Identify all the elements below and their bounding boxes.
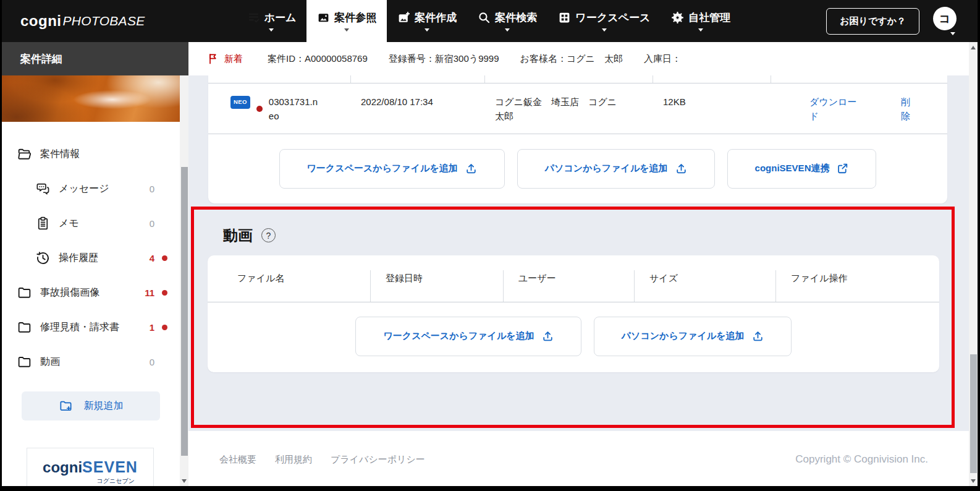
field-label: 案件ID：	[268, 53, 305, 64]
scrollbar-thumb[interactable]	[970, 354, 977, 473]
sidebar-item-label: 操作履歴	[59, 252, 98, 265]
scroll-up-arrow[interactable]	[971, 46, 976, 49]
folder-icon	[17, 354, 33, 370]
video-actions-row: ワークスペースからファイルを追加 パソコンからファイルを追加	[208, 302, 939, 372]
intake-date-field: 入庫日：	[644, 53, 681, 65]
help-button[interactable]: お困りですか？	[826, 8, 919, 35]
registration-number-field: 登録番号：新宿300う9999	[389, 53, 499, 65]
chevron-down-icon	[269, 28, 274, 32]
cogniseven-logo[interactable]: cogni SEVEN コグニセブン	[27, 448, 154, 491]
logo-cogni: cogni	[20, 12, 62, 30]
sidebar-item-history[interactable]: 操作履歴 4	[2, 241, 180, 275]
upload-icon	[675, 163, 687, 174]
add-from-pc-button[interactable]: パソコンからファイルを追加	[517, 149, 715, 189]
field-label: お客様名：	[520, 53, 567, 64]
neo-badge: NEO	[230, 96, 250, 109]
new-badge: 新着	[224, 53, 243, 65]
sidebar-item-estimates[interactable]: 修理見積・請求書 1	[2, 310, 180, 344]
scroll-down-arrow[interactable]	[182, 479, 187, 483]
video-add-from-workspace-button[interactable]: ワークスペースからファイルを追加	[355, 317, 581, 356]
main-scrollbar[interactable]	[969, 42, 978, 486]
case-create-image-plus-icon	[397, 11, 410, 24]
add-from-workspace-button[interactable]: ワークスペースからファイルを追加	[279, 149, 505, 189]
sidebar-item-video[interactable]: 動画 0	[2, 344, 180, 379]
sidebar-item-memo[interactable]: メモ 0	[2, 206, 180, 241]
footer-link-terms[interactable]: 利用規約	[275, 454, 312, 466]
field-value: A00000058769	[305, 53, 368, 64]
history-icon	[35, 250, 51, 266]
unread-dot	[256, 106, 263, 112]
nav-item-label: ホーム	[264, 11, 297, 25]
avatar[interactable]: コ	[933, 7, 957, 30]
user-menu[interactable]: コ	[933, 7, 957, 35]
sidebar-scrollbar[interactable]	[180, 75, 188, 486]
upload-icon	[542, 330, 554, 342]
chevron-down-icon	[425, 28, 429, 32]
upload-icon	[752, 330, 764, 342]
sidebar-item-case-info[interactable]: 案件情報	[2, 137, 180, 171]
video-table-card: ファイル名 登録日時 ユーザー サイズ ファイル操作 ワークスペースからファイル…	[208, 255, 939, 372]
delete-link[interactable]: 削除	[901, 95, 911, 124]
search-icon	[478, 11, 491, 24]
case-summary-bar: 新着 案件ID：A00000058769 登録番号：新宿300う9999 お客様…	[188, 42, 978, 75]
field-label: 入庫日：	[644, 53, 681, 64]
copyright: Copyright © Cognivision Inc.	[795, 453, 928, 466]
sidebar: 案件情報 メッセージ 0 メモ 0	[2, 75, 180, 486]
cogniseven-link-button[interactable]: cogniSEVEN連携	[727, 149, 877, 189]
nav-item-label: 案件参照	[334, 11, 376, 25]
field-value: 新宿300う9999	[435, 53, 499, 64]
nav-item-company-admin[interactable]: 自社管理	[661, 0, 741, 42]
home-list-icon	[247, 11, 260, 24]
button-label: パソコンからファイルを追加	[545, 163, 668, 174]
nav-item-home[interactable]: ホーム	[237, 0, 307, 42]
upload-icon	[465, 163, 477, 174]
column-header-registered-at: 登録日時	[371, 255, 504, 302]
logo-photobase: PHOTOBASE	[63, 14, 145, 28]
nav-item-case-view[interactable]: 案件参照	[306, 0, 387, 42]
sidebar-item-label: メッセージ	[59, 182, 109, 195]
video-section-highlight: 動画 ? ファイル名 登録日時 ユーザー サイズ ファイル操作 ワークスペースか…	[191, 207, 955, 428]
chevron-down-icon	[950, 32, 955, 35]
sidebar-item-messages[interactable]: メッセージ 0	[2, 171, 180, 206]
file-row: NEO 03031731.neo 2022/08/10 17:34 コグニ鈑金 …	[208, 83, 947, 134]
chevron-down-icon	[344, 28, 349, 32]
alert-dot	[162, 290, 167, 296]
scrollbar-thumb[interactable]	[181, 167, 188, 456]
file-name: 03031731.neo	[269, 95, 320, 124]
nav-item-label: 自社管理	[688, 11, 730, 25]
logo-cogni-part: cogni	[43, 459, 82, 476]
logo-seven-part: SEVEN	[82, 458, 138, 476]
sidebar-item-label: メモ	[59, 217, 79, 230]
sidebar-item-label: 修理見積・請求書	[40, 321, 119, 334]
chevron-down-icon	[602, 28, 607, 32]
footer-link-privacy[interactable]: プライバシーポリシー	[331, 454, 425, 466]
column-header-file-actions: ファイル操作	[776, 255, 939, 302]
scroll-down-arrow[interactable]	[971, 479, 976, 483]
sidebar-item-damage-images[interactable]: 事故損傷画像 11	[2, 275, 180, 310]
app-window: cogni PHOTOBASE ホーム 案件参照	[0, 0, 980, 491]
help-icon[interactable]: ?	[261, 228, 276, 242]
nav-item-case-search[interactable]: 案件検索	[467, 0, 547, 42]
item-count: 0	[141, 184, 154, 194]
nav-item-workspace[interactable]: ワークスペース	[547, 0, 661, 42]
case-view-image-icon	[317, 11, 330, 24]
footer-link-company[interactable]: 会社概要	[219, 454, 256, 466]
item-count: 11	[141, 288, 154, 298]
download-link[interactable]: ダウンロード	[809, 95, 858, 124]
folder-icon	[17, 285, 33, 301]
add-new-folder-button[interactable]: 新規追加	[22, 391, 160, 421]
case-thumbnail-image	[2, 75, 180, 122]
sidebar-item-label: 動画	[40, 356, 60, 369]
video-table-header: ファイル名 登録日時 ユーザー サイズ ファイル操作	[208, 255, 939, 302]
nav-item-label: 案件検索	[495, 11, 537, 25]
button-label: ワークスペースからファイルを追加	[307, 163, 458, 174]
field-value: コグニ 太郎	[567, 53, 623, 64]
alert-dot	[162, 325, 167, 330]
button-label: ワークスペースからファイルを追加	[383, 330, 534, 342]
clipboard-icon	[35, 216, 51, 231]
sidebar-item-label: 案件情報	[40, 148, 80, 161]
item-count: 4	[141, 253, 154, 263]
video-add-from-pc-button[interactable]: パソコンからファイルを追加	[594, 317, 792, 356]
nav-item-case-create[interactable]: 案件作成	[387, 0, 467, 42]
app-logo[interactable]: cogni PHOTOBASE	[2, 0, 145, 42]
